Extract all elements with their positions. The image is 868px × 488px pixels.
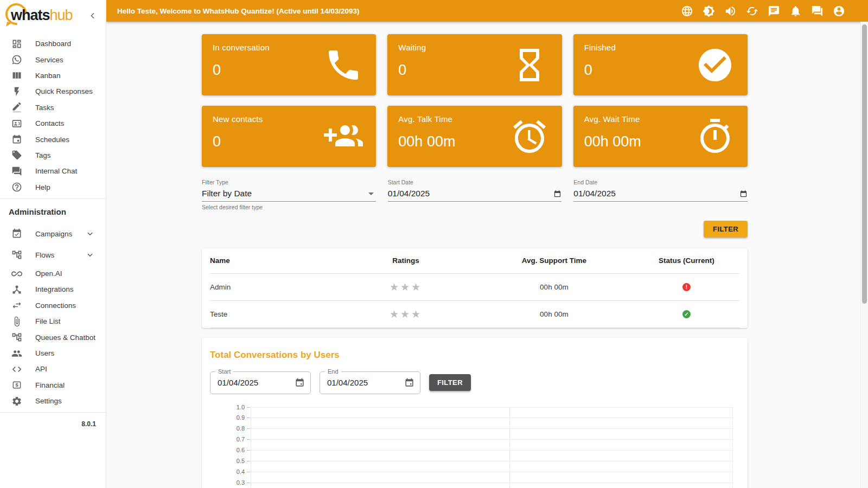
- refresh-button[interactable]: [746, 5, 758, 17]
- sidebar-item-api[interactable]: API: [0, 361, 106, 377]
- conversations-start-input[interactable]: Start 01/04/2025: [210, 371, 311, 394]
- sidebar-item-tasks[interactable]: Tasks: [0, 100, 106, 115]
- sidebar-header: whats hub: [0, 0, 106, 31]
- sidebar-item-queues-chatbot[interactable]: Queues & Chatbot: [0, 329, 106, 345]
- sidebar-item-campaigns[interactable]: Campaigns: [0, 223, 106, 245]
- start-date-label: Start Date: [388, 179, 562, 185]
- sidebar-item-label: Queues & Chatbot: [35, 333, 95, 342]
- sidebar-item-kanban[interactable]: Kanban: [0, 68, 106, 84]
- help-icon: [11, 182, 22, 192]
- sidebar-item-users[interactable]: Users: [0, 345, 106, 361]
- y-tick-mark: [247, 439, 250, 440]
- sidebar-item-help[interactable]: Help: [0, 179, 106, 195]
- calendar-icon: [404, 377, 414, 388]
- messages-button[interactable]: [768, 5, 780, 17]
- users-icon: [11, 348, 22, 359]
- profile-button[interactable]: [833, 5, 845, 17]
- notifications-button[interactable]: [789, 5, 802, 17]
- y-tick: 0.6: [225, 447, 245, 453]
- globe-icon: [681, 5, 693, 17]
- calendar-icon: [739, 190, 748, 198]
- filter-type-select[interactable]: Filter by Date: [202, 185, 376, 202]
- gridline-vertical: [732, 407, 733, 488]
- phone-icon: [324, 46, 363, 85]
- rating-stars-icon: ★★★: [390, 281, 422, 293]
- sidebar-item-label: Open.AI: [35, 269, 62, 278]
- status-offline-icon: [682, 283, 691, 291]
- sidebar-item-contacts[interactable]: Contacts: [0, 115, 106, 131]
- paperclip-icon: [11, 316, 22, 327]
- conversations-chart: Conversations Chart 1.0 0.9 0.8 0.7 0.6 …: [210, 407, 739, 488]
- whatshub-logo: whats hub: [7, 7, 73, 24]
- sidebar-item-settings[interactable]: Settings: [0, 393, 106, 409]
- administration-heading: Administration: [0, 202, 106, 222]
- sidebar-item-label: Kanban: [35, 72, 61, 80]
- y-tick-mark: [247, 450, 250, 451]
- filter-type-helper: Select desired filter type: [202, 204, 376, 210]
- filter-bar: Filter Type Filter by Date Select desire…: [202, 179, 748, 210]
- alarm-clock-icon: [510, 117, 549, 156]
- lightning-bolt-icon: [11, 86, 22, 97]
- sidebar-item-label: Campaigns: [35, 230, 72, 238]
- sidebar-item-flows[interactable]: Flows: [0, 245, 106, 266]
- theme-toggle-button[interactable]: [703, 5, 715, 17]
- start-date-value: 01/04/2025: [388, 189, 430, 198]
- stat-cards: In conversation 0 Waiting 0 Finished 0 N…: [202, 34, 748, 167]
- internal-chat-button[interactable]: [811, 5, 824, 17]
- language-button[interactable]: [681, 5, 693, 17]
- filter-button[interactable]: FILTER: [704, 221, 748, 237]
- code-icon: [11, 364, 22, 375]
- sidebar-item-services[interactable]: Services: [0, 52, 106, 67]
- contact-card-icon: [11, 118, 22, 129]
- sidebar-item-tags[interactable]: Tags: [0, 147, 106, 163]
- y-tick-mark: [247, 483, 250, 483]
- logo-text-hub: hub: [50, 7, 73, 24]
- stat-card-in-conversation: In conversation 0: [202, 34, 376, 95]
- cell-support-time: 00h 00m: [475, 273, 634, 300]
- sidebar-item-schedules[interactable]: Schedules: [0, 131, 106, 147]
- sidebar-divider: [0, 412, 106, 413]
- end-label: End: [325, 368, 341, 375]
- conversations-filter-button[interactable]: FILTER: [429, 374, 471, 391]
- y-tick-mark: [247, 418, 250, 418]
- whatsapp-icon: [11, 54, 22, 65]
- sidebar-item-label: Internal Chat: [35, 167, 77, 175]
- hourglass-icon: [510, 46, 549, 85]
- conversations-end-input[interactable]: End 01/04/2025: [320, 371, 420, 394]
- start-date-input[interactable]: 01/04/2025: [388, 185, 562, 202]
- y-tick: 0.3: [225, 479, 245, 486]
- calendar-icon: [553, 190, 561, 198]
- sidebar-item-openai[interactable]: Open.AI: [0, 266, 106, 281]
- sidebar-item-dashboard[interactable]: Dashboard: [0, 36, 106, 52]
- timer-icon: [695, 117, 735, 156]
- flow-tree-icon: [11, 249, 22, 260]
- sidebar-item-file-list[interactable]: File List: [0, 313, 106, 329]
- scrollbar-thumb[interactable]: [862, 24, 867, 304]
- sidebar-item-label: Settings: [35, 397, 62, 405]
- rating-stars-icon: ★★★: [390, 309, 422, 320]
- column-header-ratings: Ratings: [337, 248, 475, 273]
- sidebar-item-label: Flows: [35, 251, 54, 259]
- sidebar-item-connections[interactable]: Connections: [0, 298, 106, 313]
- filter-type-label: Filter Type: [202, 179, 376, 185]
- sidebar-item-quick-responses[interactable]: Quick Responses: [0, 84, 106, 99]
- page-scrollbar[interactable]: [860, 22, 868, 488]
- sidebar-item-financial[interactable]: $ Financial: [0, 377, 106, 393]
- gridline: [251, 418, 733, 418]
- sidebar-item-internal-chat[interactable]: Internal Chat: [0, 163, 106, 179]
- start-label: Start: [215, 368, 233, 375]
- sound-button[interactable]: [724, 5, 737, 17]
- y-tick: 0.5: [225, 458, 245, 464]
- sidebar-item-label: Connections: [35, 301, 76, 310]
- sidebar-collapse-button[interactable]: [88, 11, 97, 20]
- sidebar-item-label: Tags: [35, 151, 51, 159]
- sidebar-item-integrations[interactable]: Integrations: [0, 281, 106, 297]
- gridline-vertical: [251, 407, 251, 488]
- cell-support-time: 00h 00m: [475, 300, 634, 328]
- dollar-box-icon: $: [11, 380, 22, 390]
- end-date-input[interactable]: 01/04/2025: [573, 185, 748, 202]
- theme-brightness-icon: [703, 5, 715, 17]
- kanban-columns-icon: [11, 70, 22, 81]
- sidebar-item-label: Tasks: [35, 104, 54, 112]
- stat-card-avg-wait-time: Avg. Wait Time 00h 00m: [573, 106, 748, 167]
